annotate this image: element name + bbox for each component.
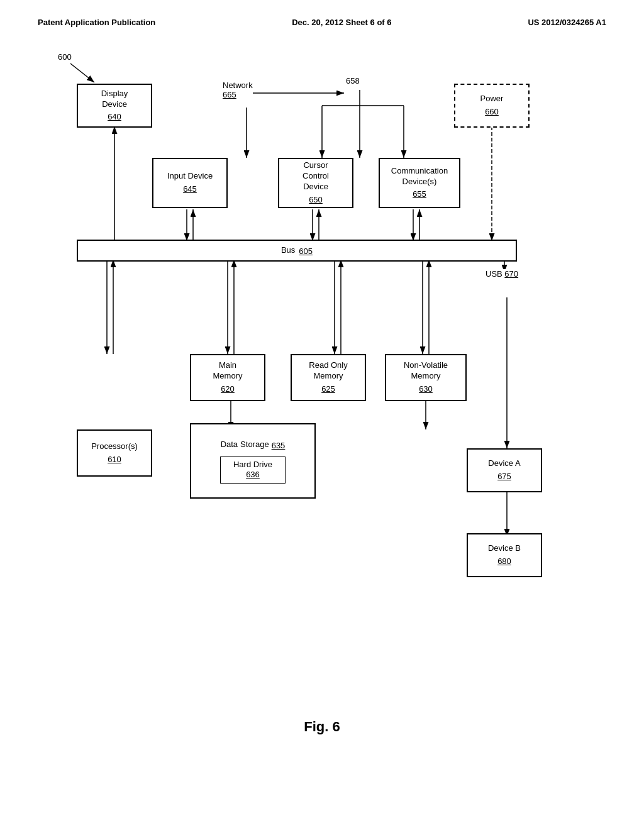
read-only-memory-box: Read Only Memory 625 [291,354,366,401]
header-center: Dec. 20, 2012 Sheet 6 of 6 [292,18,391,27]
diagram-label: 600 [58,52,72,62]
device-a-box: Device A 675 [467,448,542,492]
bus-box: Bus 605 [77,240,517,262]
usb-label: USB 670 [486,269,518,279]
communication-box: Communication Device(s) 655 [379,158,460,208]
processors-box: Processor(s) 610 [77,429,152,477]
device-b-box: Device B 680 [467,533,542,577]
power-box: Power 660 [454,84,530,128]
cursor-control-box: Cursor Control Device 650 [278,158,353,208]
figure-caption: Fig. 6 [0,719,644,735]
diagram: 600 [52,46,592,706]
header-right: US 2012/0324265 A1 [528,18,606,27]
display-device-box: Display Device 640 [77,84,152,128]
main-memory-box: Main Memory 620 [190,354,265,401]
page: Patent Application Publication Dec. 20, … [0,0,644,830]
svg-line-0 [70,64,94,82]
input-device-box: Input Device 645 [152,158,228,208]
header-left: Patent Application Publication [38,18,155,27]
non-volatile-memory-box: Non-Volatile Memory 630 [385,354,467,401]
header: Patent Application Publication Dec. 20, … [0,0,644,27]
network-label: Network 665 [223,80,253,99]
label-658: 658 [346,76,360,86]
data-storage-box: Data Storage 635 Hard Drive 636 [190,423,316,499]
